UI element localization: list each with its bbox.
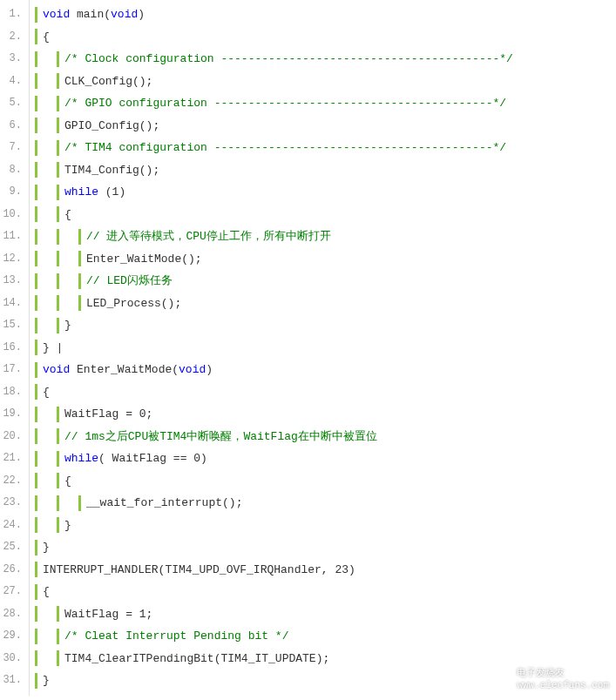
code-text: { (64, 470, 71, 493)
indent-guide (57, 73, 59, 89)
indent-guide (57, 473, 59, 488)
code-text: __wait_for_interrupt(); (86, 492, 242, 515)
line-number: 9. (0, 181, 29, 204)
code-text: WaitFlag = 1; (64, 603, 152, 626)
indent-guide (57, 96, 59, 111)
code-text: } (64, 515, 71, 537)
code-text: TIM4_ClearITPendingBit(TIM4_IT_UPDATE); (64, 648, 329, 670)
line-number: 28. (0, 603, 29, 626)
code-line: { (30, 470, 616, 493)
line-number: 1. (0, 3, 29, 26)
indent-guide (57, 629, 59, 644)
indent-guide (35, 407, 37, 422)
line-number: 25. (0, 536, 29, 559)
code-line: void Enter_WaitMode(void) (30, 359, 616, 381)
indent-guide (35, 73, 37, 89)
indent-guide (35, 451, 37, 467)
code-text: // LED闪烁任务 (86, 270, 173, 293)
code-text: while (1) (64, 181, 125, 204)
indent-guide (35, 562, 37, 577)
indent-guide (57, 51, 59, 67)
code-line: INTERRUPT_HANDLER(TIM4_UPD_OVF_IRQHandle… (30, 559, 616, 582)
line-number: 30. (0, 648, 29, 670)
code-text: { (64, 204, 71, 226)
code-line: while (1) (30, 181, 616, 204)
indent-guide (57, 428, 59, 444)
line-number: 19. (0, 403, 29, 426)
code-text: /* Clock configuration -----------------… (64, 48, 513, 71)
watermark-brand: 电子发烧友 (517, 667, 609, 679)
code-text: /* GPIO configuration ------------------… (64, 92, 506, 115)
code-line: } (30, 536, 616, 559)
indent-guide (57, 407, 59, 422)
indent-guide (78, 229, 81, 245)
code-text: // 1ms之后CPU被TIM4中断唤醒，WaitFlag在中断中被置位 (64, 426, 377, 448)
line-number: 20. (0, 426, 29, 448)
line-number: 11. (0, 225, 29, 248)
code-viewer: 1.2.3.4.5.6.7.8.9.10.11.12.13.14.15.16.1… (0, 0, 616, 696)
code-text: void Enter_WaitMode(void) (43, 359, 213, 381)
line-number: 29. (0, 625, 29, 648)
line-number: 6. (0, 115, 29, 138)
indent-guide (35, 540, 37, 555)
indent-guide (35, 340, 37, 355)
indent-guide (35, 273, 37, 289)
code-line: } (30, 515, 616, 537)
code-text: } | (43, 337, 63, 360)
indent-guide (35, 318, 37, 333)
line-number: 14. (0, 293, 29, 315)
code-line: /* Clock configuration -----------------… (30, 48, 616, 71)
indent-guide (78, 295, 81, 311)
indent-guide (35, 140, 37, 156)
indent-guide (57, 318, 59, 333)
indent-guide (57, 495, 59, 511)
line-number: 10. (0, 204, 29, 226)
code-line: /* Cleat Interrupt Pending bit */ (30, 625, 616, 648)
line-number: 8. (0, 159, 29, 182)
watermark: 电子发烧友 www.elecfans.com (484, 665, 609, 693)
indent-guide (57, 606, 59, 622)
indent-guide (35, 473, 37, 488)
code-line: CLK_Config(); (30, 71, 616, 93)
code-text: } (64, 314, 71, 337)
indent-guide (35, 517, 37, 533)
line-number: 22. (0, 470, 29, 493)
code-text: /* Cleat Interrupt Pending bit */ (64, 625, 288, 648)
code-line: WaitFlag = 1; (30, 603, 616, 626)
line-number: 7. (0, 137, 29, 159)
indent-guide (35, 206, 37, 222)
line-number: 26. (0, 559, 29, 582)
line-number: 16. (0, 337, 29, 360)
code-line: Enter_WaitMode(); (30, 248, 616, 271)
line-number: 12. (0, 248, 29, 271)
code-text: WaitFlag = 0; (64, 403, 152, 426)
indent-guide (78, 495, 81, 511)
line-number-gutter: 1.2.3.4.5.6.7.8.9.10.11.12.13.14.15.16.1… (0, 0, 30, 696)
indent-guide (35, 384, 37, 400)
code-line: while( WaitFlag == 0) (30, 448, 616, 470)
code-line: } (30, 314, 616, 337)
indent-guide (35, 51, 37, 67)
code-line: LED_Process(); (30, 293, 616, 315)
indent-guide (57, 251, 59, 266)
line-number: 2. (0, 26, 29, 49)
indent-guide (35, 162, 37, 178)
code-text: LED_Process(); (86, 293, 181, 315)
indent-guide (35, 584, 37, 600)
indent-guide (35, 650, 37, 666)
code-line: WaitFlag = 0; (30, 403, 616, 426)
indent-guide (35, 606, 37, 622)
indent-guide (57, 650, 59, 666)
line-number: 31. (0, 670, 29, 692)
line-number: 5. (0, 92, 29, 115)
code-text: while( WaitFlag == 0) (64, 448, 207, 470)
code-text: TIM4_Config(); (64, 159, 159, 182)
code-text: } (43, 536, 50, 559)
line-number: 4. (0, 71, 29, 93)
line-number: 24. (0, 515, 29, 537)
indent-guide (35, 629, 37, 644)
indent-guide (78, 273, 81, 289)
code-text: INTERRUPT_HANDLER(TIM4_UPD_OVF_IRQHandle… (43, 559, 355, 582)
code-line: // 进入等待模式，CPU停止工作，所有中断打开 (30, 225, 616, 248)
watermark-url: www.elecfans.com (517, 679, 609, 691)
